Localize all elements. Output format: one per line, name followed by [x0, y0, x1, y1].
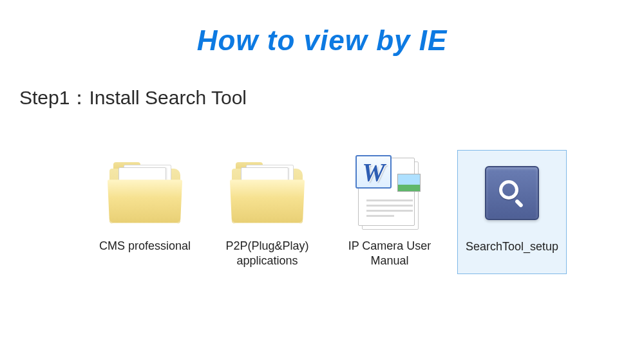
file-icon-row: CMS professional P2P(Plug&Play) applicat…: [90, 150, 644, 274]
file-item-searchtool-setup[interactable]: SearchTool_setup: [457, 150, 567, 274]
file-item-cms-professional[interactable]: CMS professional: [90, 150, 200, 274]
folder-icon: [103, 154, 187, 231]
word-document-icon: W: [348, 154, 431, 231]
file-label: IP Camera User Manual: [338, 239, 441, 268]
file-label: CMS professional: [99, 239, 191, 254]
file-label: P2P(Plug&Play) applications: [216, 239, 319, 268]
file-label: SearchTool_setup: [466, 239, 558, 254]
page-title: How to view by IE: [0, 24, 644, 57]
file-item-p2p-applications[interactable]: P2P(Plug&Play) applications: [213, 150, 322, 274]
search-app-icon: [470, 154, 554, 232]
folder-icon: [225, 154, 309, 231]
step-heading: Step1：Install Search Tool: [19, 85, 644, 111]
file-item-ip-camera-manual[interactable]: W IP Camera User Manual: [335, 150, 444, 274]
